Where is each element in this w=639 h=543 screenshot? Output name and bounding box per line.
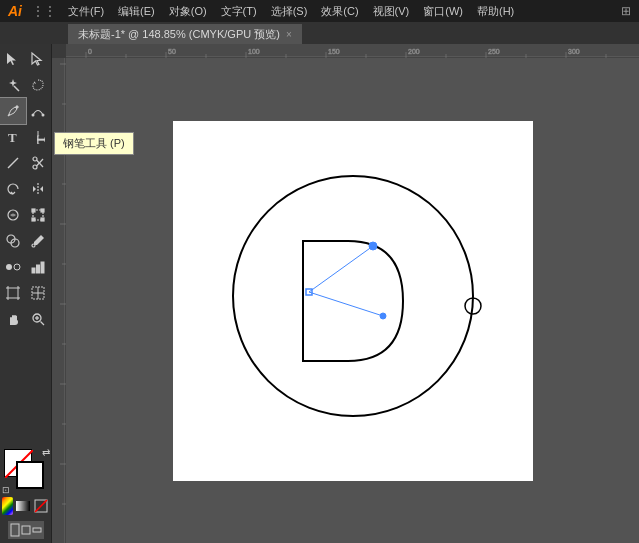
vertical-type-tool[interactable]: T bbox=[26, 124, 52, 150]
no-fill-button[interactable] bbox=[33, 497, 49, 515]
svg-line-10 bbox=[37, 159, 44, 166]
gradient-button[interactable] bbox=[15, 497, 31, 515]
tool-row-warp bbox=[0, 202, 51, 228]
menu-select[interactable]: 选择(S) bbox=[265, 2, 314, 21]
svg-line-11 bbox=[37, 160, 44, 167]
svg-text:0: 0 bbox=[88, 48, 92, 55]
menu-object[interactable]: 对象(O) bbox=[163, 2, 213, 21]
tool-row-rotate bbox=[0, 176, 51, 202]
scissors-tool[interactable] bbox=[26, 150, 52, 176]
svg-point-21 bbox=[32, 244, 35, 247]
color-area: ⇄ ⊡ bbox=[0, 443, 51, 519]
select-tool[interactable] bbox=[0, 46, 26, 72]
tool-row-line bbox=[0, 150, 51, 176]
horizontal-ruler: 0 50 100 150 200 250 300 bbox=[66, 44, 639, 58]
svg-rect-49 bbox=[33, 528, 41, 532]
svg-text:100: 100 bbox=[248, 48, 260, 55]
document-tab[interactable]: 未标题-1* @ 148.85% (CMYK/GPU 预览) × bbox=[68, 24, 302, 44]
svg-line-0 bbox=[14, 86, 19, 91]
arrange-button[interactable] bbox=[8, 521, 44, 539]
rotate-tool[interactable] bbox=[0, 176, 26, 202]
svg-rect-16 bbox=[41, 209, 44, 212]
svg-line-89 bbox=[309, 246, 373, 292]
lasso-tool[interactable] bbox=[26, 72, 52, 98]
color-mode-button[interactable] bbox=[2, 497, 13, 515]
ruler-corner bbox=[52, 44, 66, 58]
svg-point-23 bbox=[14, 264, 20, 270]
menu-effect[interactable]: 效果(C) bbox=[315, 2, 364, 21]
tool-row-shape bbox=[0, 228, 51, 254]
menu-view[interactable]: 视图(V) bbox=[367, 2, 416, 21]
svg-text:50: 50 bbox=[168, 48, 176, 55]
stroke-fill-indicator[interactable]: ⇄ ⊡ bbox=[2, 447, 50, 495]
swap-colors-button[interactable]: ⇄ bbox=[42, 447, 50, 458]
tab-bar: 未标题-1* @ 148.85% (CMYK/GPU 预览) × bbox=[0, 22, 639, 44]
svg-text:300: 300 bbox=[568, 48, 580, 55]
tab-label: 未标题-1* @ 148.85% (CMYK/GPU 预览) bbox=[78, 27, 280, 42]
svg-rect-48 bbox=[22, 526, 30, 534]
tool-row-blend bbox=[0, 254, 51, 280]
reflect-tool[interactable] bbox=[26, 176, 52, 202]
app-logo: Ai bbox=[8, 3, 22, 19]
curvature-tool[interactable] bbox=[26, 98, 52, 124]
menu-file[interactable]: 文件(F) bbox=[62, 2, 110, 21]
title-bar: Ai ⋮⋮ 文件(F) 编辑(E) 对象(O) 文字(T) 选择(S) 效果(C… bbox=[0, 0, 639, 22]
svg-text:250: 250 bbox=[488, 48, 500, 55]
main-layout: T T bbox=[0, 44, 639, 543]
app-icon-panels: ⊞ bbox=[621, 4, 631, 18]
eyedropper-tool[interactable] bbox=[26, 228, 52, 254]
magic-wand-tool[interactable] bbox=[0, 72, 26, 98]
tool-row-magic bbox=[0, 72, 51, 98]
artboard-tool[interactable] bbox=[0, 280, 26, 306]
drawing-svg bbox=[173, 121, 533, 481]
menu-window[interactable]: 窗口(W) bbox=[417, 2, 469, 21]
type-tool[interactable]: T bbox=[0, 124, 26, 150]
svg-rect-24 bbox=[32, 268, 35, 273]
menu-type[interactable]: 文字(T) bbox=[215, 2, 263, 21]
svg-line-46 bbox=[35, 500, 47, 512]
svg-text:T: T bbox=[8, 130, 17, 145]
tool-row-pen bbox=[0, 98, 51, 124]
shape-builder-tool[interactable] bbox=[0, 228, 26, 254]
pen-tool[interactable] bbox=[0, 98, 26, 124]
menu-bar: 文件(F) 编辑(E) 对象(O) 文字(T) 选择(S) 效果(C) 视图(V… bbox=[62, 2, 520, 21]
graph-tool[interactable] bbox=[26, 254, 52, 280]
svg-text:T: T bbox=[33, 135, 46, 144]
svg-rect-26 bbox=[41, 262, 44, 273]
tool-row-select bbox=[0, 46, 51, 72]
svg-rect-47 bbox=[11, 524, 19, 536]
tool-row-type: T T bbox=[0, 124, 51, 150]
svg-point-22 bbox=[6, 264, 12, 270]
toolbar: T T bbox=[0, 44, 52, 543]
line-tool[interactable] bbox=[0, 150, 26, 176]
vertical-ruler bbox=[52, 44, 66, 543]
slice-tool[interactable] bbox=[26, 280, 52, 306]
svg-text:150: 150 bbox=[328, 48, 340, 55]
tab-close-button[interactable]: × bbox=[286, 29, 292, 40]
svg-rect-27 bbox=[8, 288, 18, 298]
svg-rect-18 bbox=[41, 218, 44, 221]
tool-row-hand bbox=[0, 306, 51, 332]
stroke-box[interactable] bbox=[16, 461, 44, 489]
hand-tool[interactable] bbox=[0, 306, 26, 332]
canvas-workspace[interactable] bbox=[66, 58, 639, 543]
blend-tool[interactable] bbox=[0, 254, 26, 280]
canvas-area[interactable]: 0 50 100 150 200 250 300 bbox=[52, 44, 639, 543]
color-modes bbox=[2, 497, 49, 515]
free-transform-tool[interactable] bbox=[26, 202, 52, 228]
warp-tool[interactable] bbox=[0, 202, 26, 228]
default-colors-button[interactable]: ⊡ bbox=[2, 485, 10, 495]
zoom-tool[interactable] bbox=[26, 306, 52, 332]
svg-text:200: 200 bbox=[408, 48, 420, 55]
svg-rect-44 bbox=[16, 501, 30, 511]
tool-row-artboard bbox=[0, 280, 51, 306]
svg-line-91 bbox=[309, 292, 383, 316]
svg-line-40 bbox=[41, 322, 45, 326]
app-icon-grid: ⋮⋮ bbox=[32, 4, 56, 18]
svg-point-85 bbox=[233, 176, 473, 416]
menu-help[interactable]: 帮助(H) bbox=[471, 2, 520, 21]
menu-edit[interactable]: 编辑(E) bbox=[112, 2, 161, 21]
svg-point-2 bbox=[32, 114, 35, 117]
artboard[interactable] bbox=[173, 121, 533, 481]
direct-select-tool[interactable] bbox=[26, 46, 52, 72]
